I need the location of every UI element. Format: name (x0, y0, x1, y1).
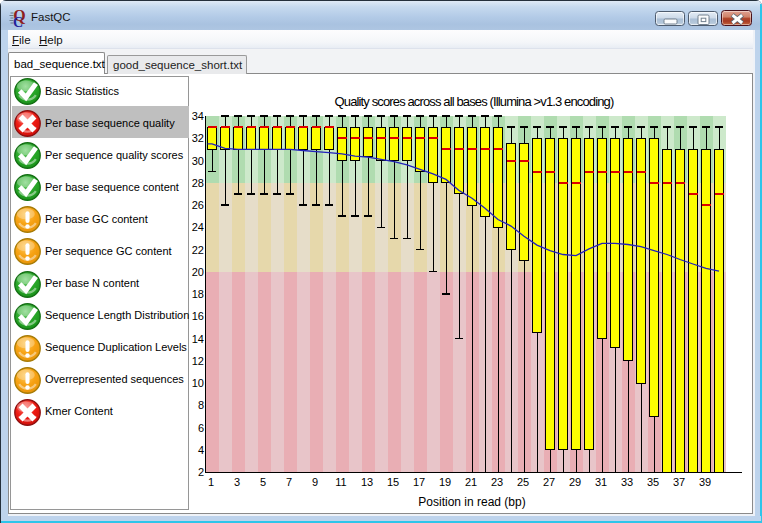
svg-text:6: 6 (198, 422, 204, 434)
svg-text:25: 25 (517, 476, 529, 488)
svg-text:35: 35 (647, 476, 659, 488)
svg-text:13: 13 (361, 476, 373, 488)
svg-text:4: 4 (198, 444, 204, 456)
svg-text:20: 20 (192, 266, 204, 278)
svg-text:24: 24 (192, 221, 204, 233)
svg-text:9: 9 (312, 476, 318, 488)
svg-text:23: 23 (491, 476, 503, 488)
svg-text:28: 28 (192, 177, 204, 189)
svg-text:30: 30 (192, 155, 204, 167)
svg-text:33: 33 (621, 476, 633, 488)
svg-text:Quality scores across all base: Quality scores across all bases (Illumin… (335, 94, 614, 109)
svg-text:10: 10 (192, 377, 204, 389)
svg-text:34: 34 (192, 110, 204, 122)
svg-text:11: 11 (335, 476, 346, 488)
svg-text:3: 3 (234, 476, 240, 488)
svg-text:Position in read (bp): Position in read (bp) (418, 495, 525, 509)
svg-text:26: 26 (192, 199, 204, 211)
svg-text:5: 5 (260, 476, 266, 488)
svg-text:22: 22 (192, 244, 204, 256)
svg-text:31: 31 (595, 476, 607, 488)
svg-text:19: 19 (439, 476, 451, 488)
svg-text:29: 29 (569, 476, 581, 488)
svg-text:12: 12 (192, 355, 204, 367)
svg-text:27: 27 (543, 476, 555, 488)
svg-text:21: 21 (465, 476, 477, 488)
svg-text:16: 16 (192, 310, 204, 322)
svg-text:39: 39 (699, 476, 711, 488)
svg-text:37: 37 (673, 476, 685, 488)
svg-text:17: 17 (413, 476, 425, 488)
svg-text:18: 18 (192, 288, 204, 300)
svg-text:14: 14 (192, 333, 204, 345)
svg-text:7: 7 (286, 476, 292, 488)
svg-text:2: 2 (198, 466, 204, 478)
svg-text:8: 8 (198, 399, 204, 411)
svg-text:32: 32 (192, 132, 204, 144)
svg-text:1: 1 (208, 476, 214, 488)
svg-text:C: C (13, 15, 23, 29)
svg-text:15: 15 (387, 476, 399, 488)
